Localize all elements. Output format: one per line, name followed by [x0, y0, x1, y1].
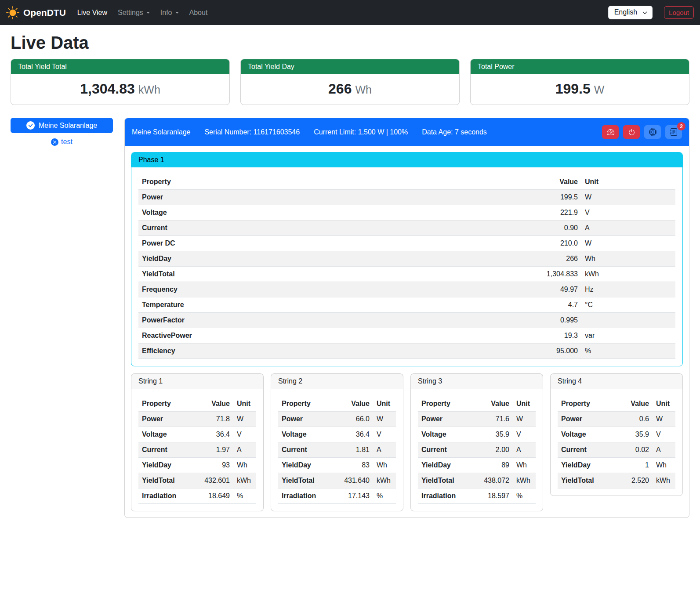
table-row: Voltage 36.4 V: [278, 427, 396, 442]
string-card-title: String 1: [131, 374, 263, 389]
unit-cell: Wh: [581, 251, 675, 267]
table-row: Power DC 210.0 W: [138, 236, 675, 251]
inverter-limit: Current Limit: 1,500 W | 100%: [314, 128, 408, 136]
nav-live-view[interactable]: Live View: [72, 5, 112, 20]
string-card-title: String 2: [271, 374, 403, 389]
card-value: 199.5: [555, 81, 591, 97]
unit-cell: Wh: [373, 458, 396, 473]
table-row: Voltage 35.9 V: [558, 427, 675, 442]
header-value: Value: [529, 174, 581, 190]
card-value: 266: [328, 81, 352, 97]
value-cell: 0.6: [616, 412, 653, 427]
value-cell: 2.520: [616, 473, 653, 488]
nav-info[interactable]: Info: [155, 5, 184, 20]
unit-cell: W: [581, 190, 675, 205]
table-row: YieldDay 266 Wh: [138, 251, 675, 267]
event-count-badge: 2: [677, 122, 685, 130]
value-cell: 89: [476, 458, 513, 473]
property-cell: YieldTotal: [278, 473, 336, 488]
value-cell: 36.4: [336, 427, 373, 442]
property-cell: YieldTotal: [418, 473, 476, 488]
logout-button[interactable]: Logout: [664, 6, 694, 19]
value-cell: 35.9: [616, 427, 653, 442]
string-card-4: String 4 Property Value Unit: [550, 373, 683, 496]
property-cell: Voltage: [138, 427, 196, 442]
device-info-button[interactable]: [644, 125, 661, 139]
card-value: 1,304.83: [80, 81, 135, 97]
phase-card-title: Phase 1: [131, 152, 682, 167]
main-nav: Live View Settings Info About: [72, 5, 213, 20]
inverter-select-test[interactable]: test: [11, 138, 113, 146]
table-row: YieldDay 83 Wh: [278, 458, 396, 473]
property-cell: Power: [558, 412, 616, 427]
table-row: YieldTotal 438.072 kWh: [418, 473, 536, 488]
property-cell: YieldTotal: [558, 473, 616, 488]
property-cell: Voltage: [418, 427, 476, 442]
unit-cell: W: [653, 412, 675, 427]
power-toggle-button[interactable]: [623, 125, 640, 139]
property-cell: YieldTotal: [138, 473, 196, 488]
property-cell: Power: [138, 190, 529, 205]
value-cell: 18.597: [476, 488, 513, 504]
card-unit: Wh: [355, 83, 372, 96]
value-cell: 17.143: [336, 488, 373, 504]
table-row: Power 199.5 W: [138, 190, 675, 205]
string-card-title: String 3: [411, 374, 543, 389]
value-cell: 4.7: [529, 297, 581, 313]
property-cell: Efficiency: [138, 344, 529, 359]
header-property: Property: [418, 396, 476, 412]
table-row: Power 71.6 W: [418, 412, 536, 427]
header-property: Property: [558, 396, 616, 412]
value-cell: 2.00: [476, 442, 513, 458]
header-value: Value: [336, 396, 373, 412]
string-card-1: String 1 Property Value Unit: [131, 373, 264, 511]
unit-cell: %: [233, 488, 256, 504]
value-cell: 66.0: [336, 412, 373, 427]
limit-settings-button[interactable]: [602, 125, 619, 139]
table-row: PowerFactor 0.995: [138, 313, 675, 328]
value-cell: 0.995: [529, 313, 581, 328]
value-cell: 1,304.833: [529, 267, 581, 282]
unit-cell: var: [581, 328, 675, 344]
property-cell: Power: [138, 412, 196, 427]
card-total-yield-total: Total Yield Total 1,304.83kWh: [11, 59, 230, 105]
unit-cell: kWh: [653, 473, 675, 488]
table-row: Power 66.0 W: [278, 412, 396, 427]
event-log-button[interactable]: 2: [665, 125, 682, 139]
unit-cell: A: [513, 442, 536, 458]
power-icon: [628, 128, 635, 136]
card-title: Total Power: [471, 59, 689, 74]
language-select[interactable]: English: [608, 6, 653, 19]
inverter-select-active[interactable]: Meine Solaranlage: [11, 118, 113, 133]
unit-cell: %: [373, 488, 396, 504]
nav-settings[interactable]: Settings: [112, 5, 155, 20]
speedometer-icon: [607, 128, 614, 136]
table-row: Current 1.81 A: [278, 442, 396, 458]
brand-link[interactable]: OpenDTU: [6, 6, 66, 19]
x-circle-icon: [51, 138, 58, 146]
value-cell: 1.81: [336, 442, 373, 458]
string-table: Property Value Unit Power: [138, 396, 256, 504]
table-row: YieldDay 89 Wh: [418, 458, 536, 473]
unit-cell: kWh: [233, 473, 256, 488]
inverter-serial: Serial Number: 116171603546: [204, 128, 300, 136]
card-unit: W: [594, 83, 605, 96]
table-row: Voltage 221.9 V: [138, 205, 675, 221]
inverter-panel-header: Meine Solaranlage Serial Number: 1161716…: [125, 118, 689, 146]
unit-cell: kWh: [373, 473, 396, 488]
unit-cell: kWh: [513, 473, 536, 488]
unit-cell: A: [653, 442, 675, 458]
caret-down-icon: [146, 12, 150, 14]
card-unit: kWh: [138, 83, 160, 96]
inverter-action-buttons: 2: [602, 125, 682, 139]
inverter-sidebar: Meine Solaranlage test: [11, 118, 113, 146]
value-cell: 1.97: [196, 442, 233, 458]
header-unit: Unit: [513, 396, 536, 412]
table-row: Irradiation 18.597 %: [418, 488, 536, 504]
nav-about[interactable]: About: [184, 5, 213, 20]
unit-cell: W: [581, 236, 675, 251]
table-row: Power 71.8 W: [138, 412, 256, 427]
table-row: YieldTotal 1,304.833 kWh: [138, 267, 675, 282]
chevron-down-icon: [642, 10, 647, 15]
language-value: English: [614, 8, 637, 16]
